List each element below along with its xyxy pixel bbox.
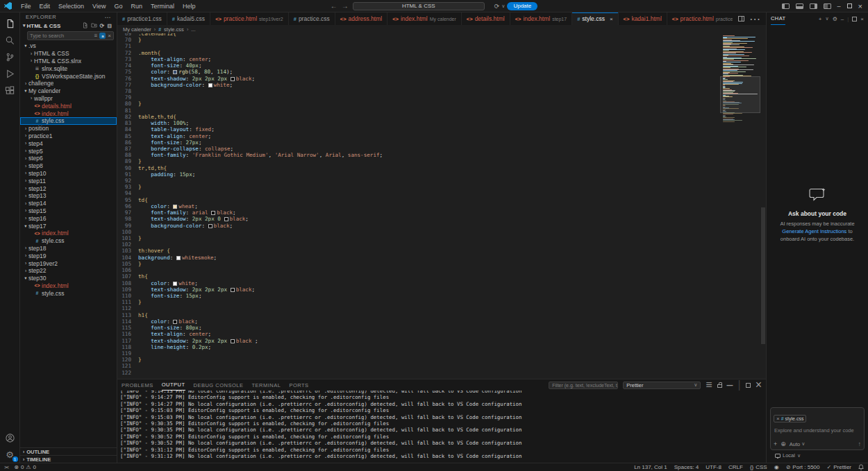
code-line[interactable]: 107th{	[117, 273, 720, 280]
code-line[interactable]: 82table,th,td{	[117, 114, 720, 120]
code-line[interactable]: 121	[117, 363, 720, 369]
minimize-panel-icon[interactable]: –	[727, 379, 733, 391]
code-line[interactable]: 86 font-size: 27px;	[117, 139, 720, 146]
tree-item-My calender[interactable]: ▾My calender	[20, 87, 117, 95]
code-line[interactable]: 111}	[117, 299, 720, 305]
code-line[interactable]: 117 text-shadow: 2px 2px 2px black ;	[117, 338, 720, 344]
code-line[interactable]: 81	[117, 108, 720, 114]
fuzzy-match-toggle-icon[interactable]: a	[99, 33, 106, 39]
send-icon[interactable]: ↑	[858, 440, 862, 447]
search-icon[interactable]	[0, 32, 20, 49]
tree-item-step12[interactable]: ›step12	[20, 185, 117, 192]
tree-item-step6[interactable]: ›step6	[20, 155, 117, 162]
menu-selection[interactable]: Selection	[54, 3, 88, 10]
code-line[interactable]: 94	[117, 190, 720, 196]
panel-tab-terminal[interactable]: TERMINAL	[251, 379, 281, 391]
tree-item-position[interactable]: ›position	[20, 125, 117, 132]
tree-item-practice1[interactable]: ›practice1	[20, 132, 117, 140]
environment-select[interactable]: Local∨	[770, 450, 865, 461]
code-line[interactable]: 119	[117, 350, 720, 357]
breadcrumb-file[interactable]: style.css	[164, 26, 184, 33]
chevron-down-icon[interactable]: ∨	[501, 3, 505, 9]
new-file-icon[interactable]	[82, 22, 88, 30]
tree-item-step15[interactable]: ›step15	[20, 207, 117, 215]
status-utf-8[interactable]: UTF-8	[706, 464, 721, 470]
close-tab-icon[interactable]: ×	[610, 16, 613, 22]
extensions-icon[interactable]	[0, 82, 20, 99]
tree-item-step18[interactable]: ›step18	[20, 245, 117, 252]
code-line[interactable]: 75 color: rgb(58, 80, 114);	[117, 69, 720, 75]
code-line[interactable]: 103th:hover {	[117, 248, 720, 254]
output-channel-select[interactable]: Prettier∨	[623, 382, 701, 389]
clear-output-icon[interactable]: ≡	[706, 379, 712, 391]
code-line[interactable]: 78	[117, 88, 720, 94]
split-editor-icon[interactable]	[738, 16, 744, 22]
close-icon[interactable]: ×	[108, 33, 111, 39]
code-line[interactable]: 95td{	[117, 197, 720, 203]
filter-icon[interactable]: ≡	[94, 33, 98, 39]
tree-item-index.html[interactable]: <>index.html	[20, 282, 117, 290]
toggle-secondary-sidebar-icon[interactable]	[810, 3, 817, 9]
tree-item-step19ver2[interactable]: ›step19ver2	[20, 259, 117, 267]
menu-file[interactable]: File	[17, 3, 35, 10]
attach-context-icon[interactable]: +	[774, 440, 777, 447]
breadcrumb-folder[interactable]: My calender	[123, 26, 151, 33]
code-line[interactable]: 74 font-size: 40px;	[117, 62, 720, 69]
color-swatch[interactable]	[208, 224, 212, 228]
code-line[interactable]: 99 background-color: black;	[117, 223, 720, 229]
code-line[interactable]: 96 color: wheat;	[117, 203, 720, 209]
tree-item-step22[interactable]: ›step22	[20, 267, 117, 275]
tree-item-challenge[interactable]: ›challenge	[20, 80, 117, 87]
hide-chat-icon[interactable]: –	[841, 16, 844, 22]
tree-item-index.html[interactable]: <>index.html	[20, 230, 117, 237]
maximize-panel-icon[interactable]	[746, 383, 751, 388]
code-line[interactable]: 93}	[117, 184, 720, 190]
tree-item-VSWorkspaceState.json[interactable]: {}VSWorkspaceState.json	[20, 72, 117, 80]
status-bell[interactable]	[858, 464, 864, 470]
code-line[interactable]: 97 font-family: arial black;	[117, 209, 720, 216]
editor-tab-practice.html[interactable]: <>practice.htmlstep19ver2	[210, 12, 289, 25]
remove-context-icon[interactable]: ×	[776, 416, 780, 422]
code-line[interactable]: 88 font-family: 'Franklin Gothic Medium'…	[117, 152, 720, 158]
code-line[interactable]: 106	[117, 267, 720, 273]
toggle-panel-icon[interactable]	[796, 3, 803, 9]
breadcrumb-more[interactable]: ...	[191, 26, 195, 33]
menu-edit[interactable]: Edit	[35, 3, 55, 10]
tree-item-step13[interactable]: ›step13	[20, 192, 117, 200]
customize-layout-icon[interactable]	[824, 3, 831, 9]
tree-item-slnx.sqlite[interactable]: ≣slnx.sqlite	[20, 65, 117, 72]
tree-item-step14[interactable]: ›step14	[20, 200, 117, 207]
editor-tab-style.css[interactable]: #style.css×	[572, 12, 618, 25]
code-line[interactable]: 114 color: black;	[117, 318, 720, 325]
editor-scrollbar[interactable]	[760, 33, 766, 379]
model-mode-select[interactable]: Auto∨	[790, 441, 806, 447]
code-line[interactable]: 87 border-collapse: collapse;	[117, 146, 720, 152]
code-line[interactable]: 120}	[117, 357, 720, 363]
code-line[interactable]: 98 text-shadow: 2px 2px 0 black;	[117, 216, 720, 222]
code-line[interactable]: 85 text-align: center;	[117, 133, 720, 139]
editor-more-actions-icon[interactable]: ⋯	[749, 12, 760, 25]
tree-item-HTML & CSS[interactable]: ›HTML & CSS	[20, 50, 117, 58]
problems-status[interactable]: ⊗0 ⚠0	[14, 464, 36, 470]
tree-item-index.html[interactable]: <>index.html	[20, 110, 117, 117]
chat-settings-gear-icon[interactable]: ⚙	[833, 16, 837, 22]
code-line[interactable]: 113h1{	[117, 312, 720, 318]
back-arrow-icon[interactable]: ←	[331, 2, 337, 10]
refresh-icon[interactable]: ⟳	[100, 23, 105, 29]
editor-tab-address.html[interactable]: <>address.html	[335, 12, 387, 25]
color-swatch[interactable]	[231, 288, 235, 292]
code-line[interactable]: 101}	[117, 235, 720, 241]
code-line[interactable]: 116 text-align: center;	[117, 331, 720, 337]
window-close-button[interactable]: ×	[858, 2, 862, 10]
color-swatch[interactable]	[173, 320, 177, 324]
tree-find-widget[interactable]: Type to search ≡ a ×	[27, 31, 114, 40]
editor-tab-practice.css[interactable]: #practice.css	[289, 12, 335, 25]
editor-tab-practice1.css[interactable]: #practice1.css	[117, 12, 167, 25]
status-ln-137-col-1[interactable]: Ln 137, Col 1	[634, 464, 667, 470]
command-center-search[interactable]: HTML & CSS	[353, 2, 485, 10]
status-port-5500[interactable]: ⊘Port : 5500	[786, 464, 820, 470]
code-line[interactable]: 73 text-align: center;	[117, 56, 720, 62]
status-spaces-4[interactable]: Spaces: 4	[674, 464, 699, 470]
editor-tab-kadai1.html[interactable]: <>kadai1.html	[619, 12, 667, 25]
tree-item-style.css[interactable]: #style.css	[20, 117, 117, 125]
